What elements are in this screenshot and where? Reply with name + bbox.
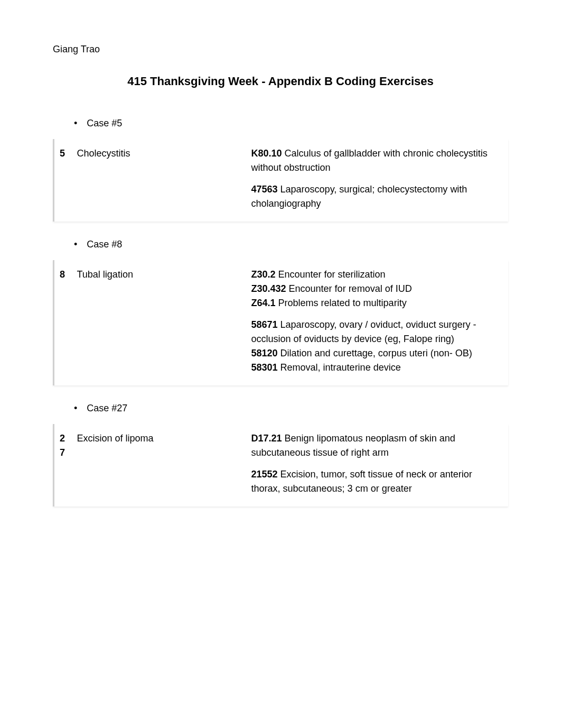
code-line: Z30.2 Encounter for sterilization [251, 268, 503, 282]
code-line: 47563 Laparoscopy, surgical; cholecystec… [251, 182, 503, 211]
case-label: Case #5 [87, 116, 122, 131]
code-text: Laparoscopy, surgical; cholecystectomy w… [251, 184, 467, 209]
case-table: 8 Tubal ligation Z30.2 Encounter for ste… [53, 260, 508, 385]
case-bullet: • Case #5 [74, 116, 508, 131]
case-codes: Z30.2 Encounter for sterilization Z30.43… [246, 260, 509, 385]
code: K80.10 [251, 148, 282, 159]
spacer [251, 310, 503, 318]
bullet-icon: • [74, 401, 77, 416]
code-line: 58301 Removal, intrauterine device [251, 361, 503, 375]
code: 21552 [251, 469, 278, 480]
code: 58671 [251, 319, 278, 330]
case-bullet: • Case #27 [74, 401, 508, 416]
code-text: Encounter for removal of IUD [286, 283, 412, 294]
case-number: 8 [54, 260, 72, 385]
code-text: Dilation and curettage, corpus uteri (no… [278, 348, 472, 358]
code-text: Encounter for sterilization [276, 269, 386, 280]
case-table: 2 7 Excision of lipoma D17.21 Benign lip… [53, 424, 508, 506]
code-line: D17.21 Benign lipomatous neoplasm of ski… [251, 431, 503, 460]
table-row: 2 7 Excision of lipoma D17.21 Benign lip… [54, 424, 509, 506]
code-text: Problems related to multiparity [276, 298, 407, 308]
code: Z30.432 [251, 283, 286, 294]
table-row: 8 Tubal ligation Z30.2 Encounter for ste… [54, 260, 509, 385]
case-number-part: 2 [60, 431, 67, 446]
code: 47563 [251, 184, 278, 195]
code-line: Z30.432 Encounter for removal of IUD [251, 282, 503, 296]
case-bullet: • Case #8 [74, 237, 508, 252]
code: 58301 [251, 362, 278, 373]
page-title: 415 Thanksgiving Week - Appendix B Codin… [53, 72, 508, 90]
case-description: Tubal ligation [72, 260, 246, 385]
code-text: Removal, intrauterine device [278, 362, 401, 373]
bullet-icon: • [74, 237, 77, 252]
case-number: 2 7 [54, 424, 72, 506]
spacer [251, 460, 503, 467]
case-number-part: 7 [60, 446, 67, 460]
code: Z30.2 [251, 269, 276, 280]
case-description: Cholecystitis [72, 139, 246, 222]
case-description: Excision of lipoma [72, 424, 246, 506]
code-line: Z64.1 Problems related to multiparity [251, 296, 503, 310]
code-text: Calculus of gallbladder with chronic cho… [251, 148, 488, 173]
case-number: 5 [54, 139, 72, 222]
author-name: Giang Trao [53, 42, 508, 57]
bullet-icon: • [74, 116, 77, 131]
code-line: 58671 Laparoscopy, ovary / oviduct, ovid… [251, 318, 503, 346]
case-codes: K80.10 Calculus of gallbladder with chro… [246, 139, 509, 222]
code-text: Laparoscopy, ovary / oviduct, oviduct su… [251, 319, 476, 344]
case-label: Case #27 [87, 401, 127, 416]
code-line: 21552 Excision, tumor, soft tissue of ne… [251, 467, 503, 496]
spacer [251, 175, 503, 182]
code-line: K80.10 Calculus of gallbladder with chro… [251, 146, 503, 175]
code-text: Excision, tumor, soft tissue of neck or … [251, 469, 472, 494]
case-label: Case #8 [87, 237, 122, 252]
code: Z64.1 [251, 298, 276, 308]
code: 58120 [251, 348, 278, 358]
case-codes: D17.21 Benign lipomatous neoplasm of ski… [246, 424, 509, 506]
code: D17.21 [251, 433, 282, 444]
code-line: 58120 Dilation and curettage, corpus ute… [251, 346, 503, 361]
table-row: 5 Cholecystitis K80.10 Calculus of gallb… [54, 139, 509, 222]
case-table: 5 Cholecystitis K80.10 Calculus of gallb… [53, 139, 508, 222]
code-text: Benign lipomatous neoplasm of skin and s… [251, 433, 455, 458]
